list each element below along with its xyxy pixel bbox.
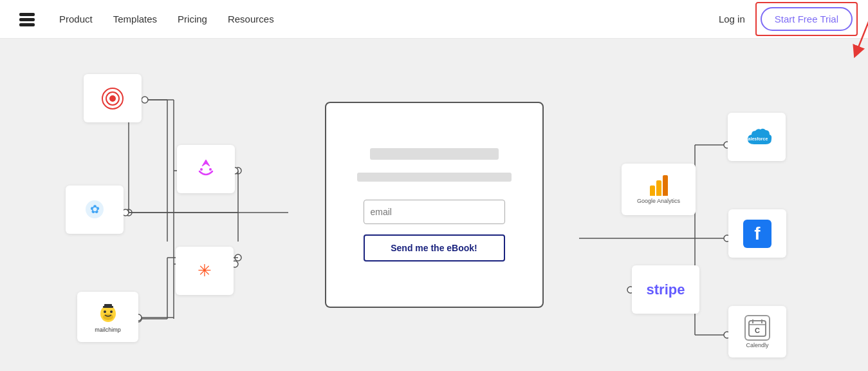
focuspoint-icon — [100, 86, 125, 111]
salesforce-icon: salesforce — [741, 126, 772, 148]
main-content: Send me the eBook! — [0, 39, 868, 371]
facebook-icon: f — [743, 220, 771, 248]
svg-text:C: C — [755, 327, 760, 334]
mailchimp-icon — [96, 301, 120, 327]
integration-card-mailchimp: mailchimp — [77, 292, 138, 342]
nav-product[interactable]: Product — [59, 14, 93, 24]
integration-card-usermotion — [177, 145, 235, 193]
navbar: Product Templates Pricing Resources Log … — [0, 0, 868, 39]
calendly-icon: C — [744, 315, 770, 341]
email-input[interactable] — [364, 200, 505, 224]
integration-card-calendly: C Calendly — [728, 306, 786, 357]
svg-text:✿: ✿ — [90, 203, 100, 216]
svg-rect-56 — [104, 304, 112, 307]
svg-point-47 — [209, 168, 212, 171]
submit-button[interactable]: Send me the eBook! — [364, 234, 505, 262]
start-free-trial-button[interactable]: Start Free Trial — [761, 7, 853, 31]
integration-card-google-analytics: Google Analytics — [622, 164, 696, 215]
nav-resources[interactable]: Resources — [228, 14, 274, 24]
integration-card-salesforce: salesforce — [728, 113, 786, 161]
svg-point-45 — [109, 95, 116, 102]
svg-point-54 — [110, 310, 113, 313]
zapier-icon: ✿ — [82, 197, 107, 223]
svg-point-52 — [103, 314, 113, 320]
form-placeholder-subtitle — [357, 173, 512, 182]
svg-point-53 — [104, 310, 106, 313]
nav-right: Log in Start Free Trial — [719, 7, 853, 31]
svg-point-8 — [235, 167, 241, 174]
svg-point-46 — [200, 168, 203, 171]
nav-pricing[interactable]: Pricing — [178, 14, 207, 24]
google-analytics-icon — [650, 175, 668, 196]
svg-rect-1 — [19, 18, 35, 21]
login-link[interactable]: Log in — [719, 14, 745, 24]
svg-point-10 — [125, 209, 132, 216]
stripe-icon: stripe — [647, 281, 685, 298]
nav-templates[interactable]: Templates — [113, 14, 157, 24]
usermotion-icon — [194, 157, 217, 182]
svg-text:salesforce: salesforce — [746, 137, 768, 141]
calendly-label: Calendly — [746, 342, 768, 348]
form-box: Send me the eBook! — [325, 102, 544, 308]
google-analytics-label: Google Analytics — [637, 198, 680, 204]
snowflake-icon: ✳ — [193, 259, 216, 283]
integration-card-zapier: ✿ — [66, 186, 124, 234]
integration-card-facebook: f — [728, 209, 786, 258]
svg-point-12 — [235, 254, 241, 261]
integration-card-focuspoint — [84, 74, 142, 122]
svg-rect-0 — [19, 13, 35, 16]
svg-text:✳: ✳ — [198, 261, 212, 280]
trial-btn-wrapper: Start Free Trial — [761, 7, 853, 31]
integration-card-snowflake: ✳ — [176, 247, 234, 295]
svg-point-30 — [142, 97, 148, 103]
integration-card-stripe: stripe — [632, 265, 699, 314]
mailchimp-label: mailchimp — [95, 327, 121, 333]
svg-rect-2 — [19, 23, 35, 26]
nav-links: Product Templates Pricing Resources — [59, 14, 719, 24]
form-placeholder-title — [370, 148, 499, 160]
logo[interactable] — [15, 8, 39, 31]
